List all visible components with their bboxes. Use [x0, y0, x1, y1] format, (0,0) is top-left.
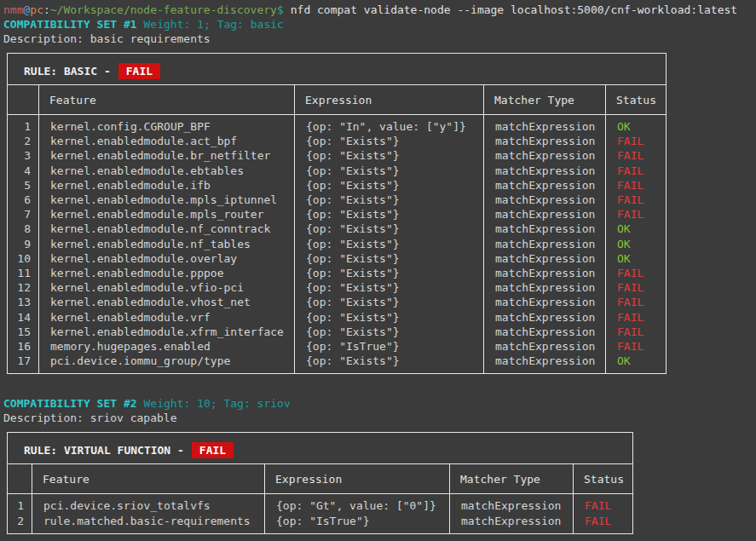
matcher-type-cell: matchExpression — [484, 339, 606, 354]
row-number: 4 — [8, 164, 39, 178]
table-row: 2rule.matched.basic-requirements{op: "Is… — [8, 514, 633, 534]
expression-cell: {op: "Exists"} — [295, 280, 484, 295]
col-header-feature: Feature — [32, 464, 265, 494]
row-number: 10 — [8, 251, 39, 266]
feature-cell: kernel.enabledmodule.ebtables — [39, 164, 295, 178]
matcher-type-cell: matchExpression — [484, 115, 606, 135]
feature-cell: memory.hugepages.enabled — [39, 339, 295, 354]
rule-banner-cell: RULE: BASIC -FAIL — [8, 54, 667, 85]
col-header-status: Status — [574, 464, 633, 494]
status-cell: FAIL — [606, 339, 667, 354]
matcher-type-cell: matchExpression — [484, 325, 606, 339]
expression-cell: {op: "Exists"} — [295, 178, 484, 193]
status-cell: OK — [606, 115, 667, 135]
matcher-type-cell: matchExpression — [484, 354, 606, 374]
status-cell: FAIL — [606, 325, 667, 339]
expression-cell: {op: "Exists"} — [295, 325, 484, 339]
feature-cell: kernel.enabledmodule.xfrm_interface — [39, 325, 295, 339]
row-number: 17 — [8, 354, 39, 374]
feature-cell: kernel.enabledmodule.vfio-pci — [39, 280, 295, 295]
row-number: 6 — [8, 193, 39, 207]
table-row: 13kernel.enabledmodule.vhost_net{op: "Ex… — [8, 295, 667, 309]
feature-cell: kernel.enabledmodule.br_netfilter — [39, 148, 295, 163]
prompt-dollar-sign: $ — [277, 3, 284, 16]
status-cell: FAIL — [606, 134, 667, 148]
expression-cell: {op: "Exists"} — [295, 193, 484, 207]
table-row: 4kernel.enabledmodule.ebtables{op: "Exis… — [8, 164, 667, 178]
column-header-row: Feature Expression Matcher Type Status — [8, 464, 633, 494]
rule-banner-row: RULE: BASIC -FAIL — [8, 54, 667, 85]
expression-cell: {op: "Exists"} — [295, 222, 484, 236]
table-row: 14kernel.enabledmodule.vrf{op: "Exists"}… — [8, 310, 667, 325]
row-number: 15 — [8, 325, 39, 339]
set1-title: COMPATIBILITY SET #1 — [3, 18, 137, 31]
status-cell: OK — [606, 237, 667, 251]
column-header-row: Feature Expression Matcher Type Status — [8, 85, 667, 115]
rule-table-virtual-function: RULE: VIRTUAL FUNCTION -FAIL Feature Exp… — [7, 432, 633, 533]
matcher-type-cell: matchExpression — [484, 222, 606, 236]
table-row: 3kernel.enabledmodule.br_netfilter{op: "… — [8, 148, 667, 163]
table-row: 10kernel.enabledmodule.overlay{op: "Exis… — [8, 251, 667, 266]
row-number: 7 — [8, 207, 39, 222]
expression-cell: {op: "Exists"} — [295, 295, 484, 309]
compat-set-1: COMPATIBILITY SET #1Weight: 1; Tag: basi… — [3, 17, 756, 374]
rule-banner-row: RULE: VIRTUAL FUNCTION -FAIL — [8, 433, 633, 464]
row-number: 1 — [8, 494, 32, 514]
status-cell: FAIL — [606, 310, 667, 325]
prompt-path: ~/Workspace/node-feature-discovery — [50, 3, 277, 16]
row-number: 12 — [8, 280, 39, 295]
feature-cell: pci.device.sriov_totalvfs — [32, 494, 265, 514]
expression-cell: {op: "Exists"} — [295, 237, 484, 251]
set2-description: Description: sriov capable — [3, 411, 756, 425]
rule1-title: RULE: BASIC - — [24, 65, 111, 78]
expression-cell: {op: "Exists"} — [295, 354, 484, 374]
matcher-type-cell: matchExpression — [484, 178, 606, 193]
set1-title-line: COMPATIBILITY SET #1Weight: 1; Tag: basi… — [3, 17, 756, 32]
table-row: 6kernel.enabledmodule.mpls_iptunnel{op: … — [8, 193, 667, 207]
expression-cell: {op: "Exists"} — [295, 148, 484, 163]
expression-cell: {op: "Exists"} — [295, 164, 484, 178]
expression-cell: {op: "In", value: ["y"]} — [295, 115, 484, 135]
table-row: 5kernel.enabledmodule.ifb{op: "Exists"}m… — [8, 178, 667, 193]
feature-cell: kernel.enabledmodule.vhost_net — [39, 295, 295, 309]
rule-table-virtual-function-body: 1pci.device.sriov_totalvfs{op: "Gt", val… — [8, 494, 633, 533]
col-header-status: Status — [606, 85, 667, 115]
row-number: 2 — [8, 514, 32, 534]
col-header-number — [8, 85, 39, 115]
status-cell: FAIL — [606, 164, 667, 178]
rule2-status-badge: FAIL — [192, 442, 234, 458]
set2-title-line: COMPATIBILITY SET #2Weight: 10; Tag: sri… — [3, 396, 756, 411]
terminal-window[interactable]: nmm@pc:~/Workspace/node-feature-discover… — [0, 0, 756, 534]
matcher-type-cell: matchExpression — [484, 310, 606, 325]
matcher-type-cell: matchExpression — [484, 148, 606, 163]
status-cell: FAIL — [606, 178, 667, 193]
matcher-type-cell: matchExpression — [484, 164, 606, 178]
status-cell: OK — [606, 222, 667, 236]
set1-description: Description: basic requirements — [3, 32, 756, 46]
feature-cell: kernel.enabledmodule.pppoe — [39, 266, 295, 280]
status-cell: OK — [606, 251, 667, 266]
matcher-type-cell: matchExpression — [484, 280, 606, 295]
table-row: 2kernel.enabledmodule.act_bpf{op: "Exist… — [8, 134, 667, 148]
status-cell: FAIL — [606, 266, 667, 280]
row-number: 2 — [8, 134, 39, 148]
feature-cell: kernel.enabledmodule.mpls_router — [39, 207, 295, 222]
feature-cell: kernel.enabledmodule.vrf — [39, 310, 295, 325]
matcher-type-cell: matchExpression — [484, 295, 606, 309]
status-cell: FAIL — [574, 494, 633, 514]
matcher-type-cell: matchExpression — [450, 494, 574, 514]
command-text: nfd compat validate-node --image localho… — [284, 3, 737, 16]
col-header-matcher-type: Matcher Type — [450, 464, 574, 494]
expression-cell: {op: "IsTrue"} — [295, 339, 484, 354]
prompt-line: nmm@pc:~/Workspace/node-feature-discover… — [3, 3, 756, 17]
prompt-user: nmm — [3, 3, 23, 16]
col-header-feature: Feature — [39, 85, 295, 115]
expression-cell: {op: "Exists"} — [295, 134, 484, 148]
status-cell: OK — [606, 354, 667, 374]
set1-weight-tag: Weight: 1; Tag: basic — [144, 18, 284, 31]
feature-cell: kernel.enabledmodule.ifb — [39, 178, 295, 193]
matcher-type-cell: matchExpression — [450, 514, 574, 534]
table-row: 1kernel.config.CGROUP_BPF{op: "In", valu… — [8, 115, 667, 135]
row-number: 13 — [8, 295, 39, 309]
table-row: 7kernel.enabledmodule.mpls_router{op: "E… — [8, 207, 667, 222]
